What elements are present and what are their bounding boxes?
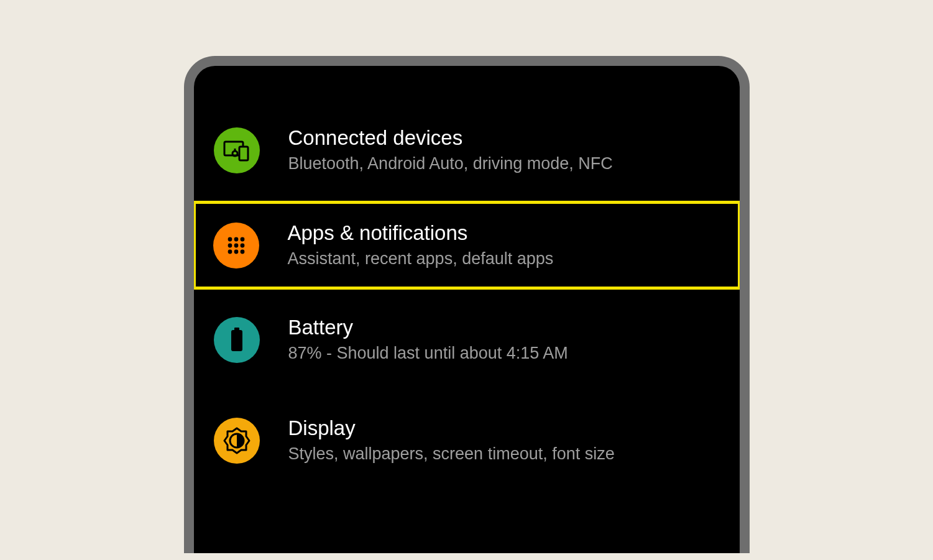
settings-item-apps[interactable]: Apps & notifications Assistant, recent a… — [193, 201, 741, 290]
svg-point-5 — [234, 237, 238, 241]
settings-item-subtitle: 87% - Should last until about 4:15 AM — [288, 343, 568, 364]
svg-point-12 — [240, 249, 244, 254]
settings-item-title: Battery — [288, 316, 568, 339]
svg-rect-1 — [239, 147, 248, 160]
svg-point-7 — [228, 243, 232, 247]
svg-point-8 — [234, 243, 238, 247]
apps-grid-icon — [213, 223, 259, 269]
settings-item-display[interactable]: Display Styles, wallpapers, screen timeo… — [194, 390, 740, 491]
settings-item-subtitle: Bluetooth, Android Auto, driving mode, N… — [288, 154, 613, 175]
svg-point-10 — [228, 249, 232, 254]
brightness-icon — [214, 418, 260, 464]
settings-item-title: Apps & notifications — [288, 221, 554, 245]
settings-list: Connected devices Bluetooth, Android Aut… — [194, 100, 740, 491]
device-frame: Connected devices Bluetooth, Android Aut… — [184, 56, 750, 553]
settings-item-title: Connected devices — [288, 126, 613, 150]
settings-item-subtitle: Styles, wallpapers, screen timeout, font… — [288, 444, 615, 465]
settings-item-texts: Apps & notifications Assistant, recent a… — [288, 221, 554, 270]
settings-item-texts: Battery 87% - Should last until about 4:… — [288, 316, 568, 364]
svg-rect-14 — [231, 330, 242, 351]
svg-point-11 — [234, 249, 238, 254]
settings-item-texts: Display Styles, wallpapers, screen timeo… — [288, 416, 615, 465]
svg-point-6 — [240, 237, 244, 241]
battery-icon — [214, 317, 260, 363]
settings-item-title: Display — [288, 416, 615, 440]
settings-item-battery[interactable]: Battery 87% - Should last until about 4:… — [194, 290, 740, 390]
page-background: Connected devices Bluetooth, Android Aut… — [0, 0, 933, 560]
settings-item-texts: Connected devices Bluetooth, Android Aut… — [288, 126, 613, 175]
svg-point-4 — [228, 237, 232, 241]
settings-item-subtitle: Assistant, recent apps, default apps — [288, 249, 554, 270]
svg-point-2 — [232, 151, 237, 156]
settings-item-connected[interactable]: Connected devices Bluetooth, Android Aut… — [194, 100, 740, 201]
devices-icon — [214, 127, 260, 173]
svg-point-9 — [240, 243, 244, 247]
